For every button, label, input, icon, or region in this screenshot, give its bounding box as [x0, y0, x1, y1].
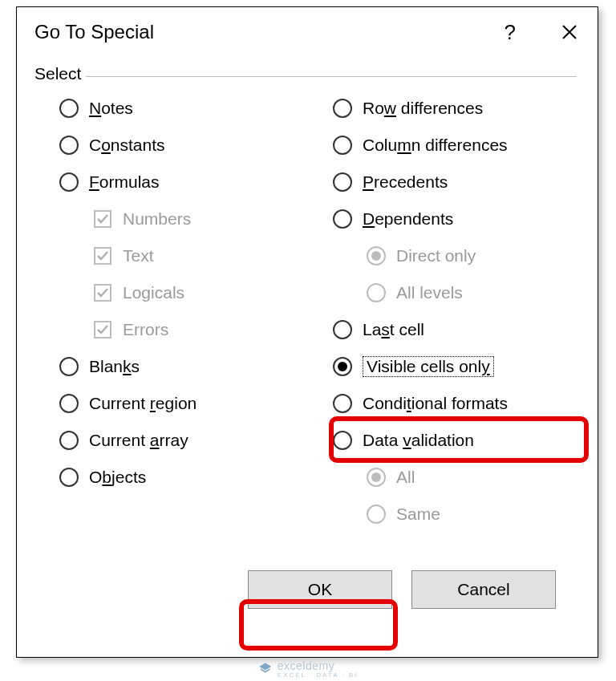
radio-icon — [333, 431, 352, 450]
radio-icon — [333, 136, 352, 155]
label-all-levels: All levels — [396, 283, 463, 302]
radio-icon — [333, 209, 352, 229]
checkbox-icon — [94, 210, 111, 228]
option-column-differences[interactable]: Column differences — [311, 127, 577, 164]
option-dependents[interactable]: Dependents — [311, 201, 577, 237]
radio-icon — [367, 283, 386, 302]
label-blanks: Blanks — [89, 357, 140, 376]
option-all-levels: All levels — [311, 274, 577, 311]
radio-icon — [59, 172, 79, 192]
label-column-differences: Column differences — [363, 136, 508, 155]
group-label: Select — [34, 64, 86, 83]
checkbox-icon — [94, 247, 111, 265]
label-visible-cells-only: Visible cells only — [363, 356, 494, 377]
option-visible-cells-only[interactable]: Visible cells only — [311, 348, 577, 385]
close-button[interactable] — [559, 22, 580, 43]
option-precedents[interactable]: Precedents — [311, 164, 577, 201]
radio-icon — [333, 172, 352, 192]
option-direct-only: Direct only — [311, 237, 577, 274]
go-to-special-dialog: Go To Special ? Select Notes Constants — [16, 6, 598, 658]
checkbox-icon — [94, 284, 111, 302]
radio-icon — [367, 468, 386, 487]
label-notes: Notes — [89, 99, 133, 118]
radio-icon — [59, 394, 79, 413]
label-text: Text — [123, 246, 154, 266]
label-constants: Constants — [89, 136, 165, 155]
radio-icon — [59, 99, 79, 118]
radio-icon — [333, 357, 352, 376]
cancel-button[interactable]: Cancel — [411, 570, 556, 609]
radio-icon — [59, 468, 79, 487]
radio-icon — [333, 394, 352, 413]
label-same: Same — [396, 505, 440, 524]
watermark-tag: EXCEL · DATA · BI — [278, 672, 359, 679]
option-logicals: Logicals — [38, 274, 303, 311]
label-row-differences: Row differences — [363, 99, 483, 118]
titlebar: Go To Special ? — [17, 7, 598, 57]
label-conditional-formats: Conditional formats — [363, 394, 508, 413]
label-data-validation: Data validation — [363, 431, 474, 450]
button-row: OK Cancel — [38, 570, 577, 609]
radio-icon — [333, 320, 352, 339]
watermark-brand: exceldemy — [278, 659, 334, 672]
radio-icon — [367, 505, 386, 524]
option-errors: Errors — [38, 311, 303, 348]
help-button[interactable]: ? — [505, 20, 516, 45]
label-last-cell: Last cell — [363, 320, 424, 339]
label-current-region: Current region — [89, 394, 197, 413]
option-formulas[interactable]: Formulas — [38, 164, 303, 201]
right-column: Row differences Column differences Prece… — [311, 90, 577, 533]
option-objects[interactable]: Objects — [38, 459, 303, 496]
label-all: All — [396, 468, 415, 487]
radio-icon — [59, 431, 79, 450]
option-blanks[interactable]: Blanks — [38, 348, 303, 385]
watermark: exceldemy EXCEL · DATA · BI — [258, 659, 359, 679]
option-constants[interactable]: Constants — [38, 127, 303, 164]
option-last-cell[interactable]: Last cell — [311, 311, 577, 348]
radio-icon — [333, 99, 352, 118]
option-all: All — [311, 459, 577, 496]
label-precedents: Precedents — [363, 172, 448, 192]
label-direct-only: Direct only — [396, 246, 476, 266]
radio-icon — [59, 136, 79, 155]
ok-button[interactable]: OK — [248, 570, 392, 609]
label-objects: Objects — [89, 468, 146, 487]
checkbox-icon — [94, 321, 111, 338]
label-errors: Errors — [123, 320, 168, 339]
left-column: Notes Constants Formulas Numbers — [38, 90, 303, 533]
select-group: Select Notes Constants Formulas — [38, 76, 577, 548]
radio-icon — [59, 357, 79, 376]
option-notes[interactable]: Notes — [38, 90, 303, 127]
label-dependents: Dependents — [363, 209, 453, 229]
close-icon — [560, 22, 579, 42]
option-current-region[interactable]: Current region — [38, 385, 303, 422]
label-formulas: Formulas — [89, 172, 160, 192]
label-current-array: Current array — [89, 431, 188, 450]
label-numbers: Numbers — [123, 209, 191, 229]
label-logicals: Logicals — [123, 283, 184, 302]
option-conditional-formats[interactable]: Conditional formats — [311, 385, 577, 422]
option-data-validation[interactable]: Data validation — [311, 422, 577, 459]
watermark-logo-icon — [258, 662, 273, 676]
option-row-differences[interactable]: Row differences — [311, 90, 577, 127]
radio-icon — [367, 246, 386, 266]
option-current-array[interactable]: Current array — [38, 422, 303, 459]
option-text: Text — [38, 237, 303, 274]
dialog-title: Go To Special — [34, 21, 154, 43]
option-numbers: Numbers — [38, 201, 303, 237]
option-same: Same — [311, 496, 577, 533]
